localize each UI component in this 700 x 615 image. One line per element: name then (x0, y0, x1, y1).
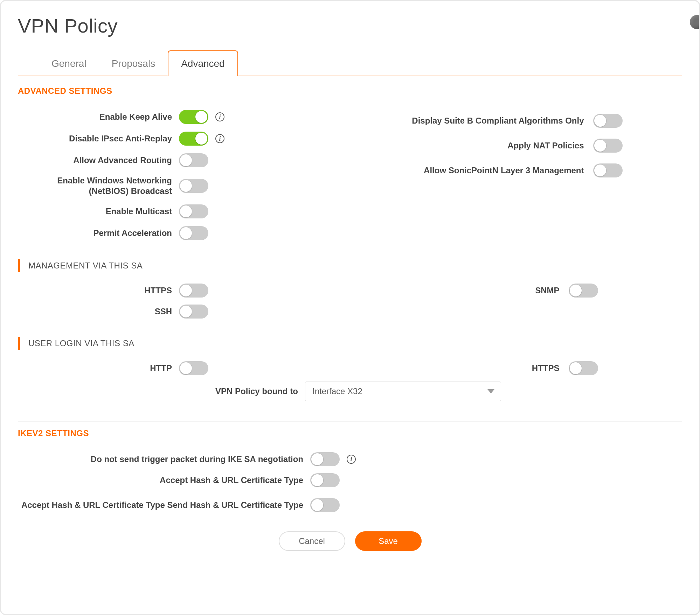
toggle-ike-accept-send-hash-url[interactable] (310, 498, 340, 512)
label-ike-accept-send-hash-url: Accept Hash & URL Certificate Type Send … (18, 500, 310, 510)
toggle-anti-replay[interactable] (179, 132, 208, 146)
section-advanced-settings: ADVANCED SETTINGS (18, 86, 682, 96)
page-title: VPN Policy (18, 14, 682, 37)
label-anti-replay: Disable IPsec Anti-Replay (18, 133, 179, 144)
tabs: General Proposals Advanced (18, 50, 682, 76)
advanced-settings-right: Display Suite B Compliant Algorithms Onl… (359, 106, 682, 244)
toggle-adv-routing[interactable] (179, 153, 208, 167)
info-icon[interactable]: i (215, 112, 224, 121)
label-mgmt-ssh: SSH (18, 306, 179, 317)
accent-bar-icon (18, 259, 20, 272)
section-divider (18, 421, 682, 422)
toggle-suite-b[interactable] (593, 114, 623, 128)
select-vpn-policy-bound-value: Interface X32 (312, 386, 362, 396)
label-netbios: Enable Windows Networking (NetBIOS) Broa… (18, 175, 179, 196)
save-button[interactable]: Save (355, 531, 422, 551)
label-sonicpoint: Allow SonicPointN Layer 3 Management (359, 165, 593, 176)
subsection-user-login-sa-label: USER LOGIN VIA THIS SA (28, 338, 134, 348)
label-suite-b: Display Suite B Compliant Algorithms Onl… (359, 116, 593, 126)
label-ike-no-trigger: Do not send trigger packet during IKE SA… (18, 454, 310, 464)
label-ike-accept-hash-url: Accept Hash & URL Certificate Type (18, 475, 310, 485)
label-mgmt-snmp: SNMP (359, 285, 569, 296)
toggle-mgmt-snmp[interactable] (569, 284, 598, 298)
dialog-footer: Cancel Save (18, 531, 682, 551)
chevron-down-icon (487, 389, 494, 393)
section-ikev2-settings: IKEV2 SETTINGS (18, 428, 682, 438)
tab-proposals[interactable]: Proposals (99, 51, 168, 76)
label-login-https: HTTPS (359, 363, 569, 373)
toggle-ike-no-trigger[interactable] (310, 452, 340, 466)
subsection-management-sa: MANAGEMENT VIA THIS SA (18, 259, 682, 272)
advanced-settings-left: Enable Keep Alive i Disable IPsec Anti-R… (18, 106, 342, 244)
tab-advanced[interactable]: Advanced (168, 50, 238, 76)
tab-general[interactable]: General (39, 51, 99, 76)
close-icon[interactable] (690, 15, 700, 29)
toggle-multicast[interactable] (179, 204, 208, 218)
label-multicast: Enable Multicast (18, 206, 179, 217)
toggle-nat-policies[interactable] (593, 139, 623, 153)
toggle-login-http[interactable] (179, 361, 208, 375)
toggle-netbios[interactable] (179, 179, 208, 193)
toggle-mgmt-https[interactable] (179, 284, 208, 298)
accent-bar-icon (18, 337, 20, 350)
label-login-http: HTTP (18, 363, 179, 373)
cancel-button[interactable]: Cancel (279, 531, 345, 551)
toggle-mgmt-ssh[interactable] (179, 305, 208, 319)
toggle-permit-accel[interactable] (179, 226, 208, 240)
label-permit-accel: Permit Acceleration (18, 228, 179, 238)
label-vpn-policy-bound: VPN Policy bound to (18, 386, 305, 397)
label-adv-routing: Allow Advanced Routing (18, 155, 179, 166)
subsection-management-sa-label: MANAGEMENT VIA THIS SA (28, 261, 143, 271)
label-nat-policies: Apply NAT Policies (359, 140, 593, 151)
info-icon[interactable]: i (215, 134, 224, 143)
toggle-ike-accept-hash-url[interactable] (310, 473, 340, 487)
subsection-user-login-sa: USER LOGIN VIA THIS SA (18, 337, 682, 350)
toggle-login-https[interactable] (569, 361, 598, 375)
toggle-keep-alive[interactable] (179, 110, 208, 124)
label-mgmt-https: HTTPS (18, 285, 179, 296)
info-icon[interactable]: i (347, 455, 356, 464)
select-vpn-policy-bound[interactable]: Interface X32 (305, 382, 501, 401)
label-keep-alive: Enable Keep Alive (18, 112, 179, 122)
toggle-sonicpoint[interactable] (593, 163, 623, 177)
